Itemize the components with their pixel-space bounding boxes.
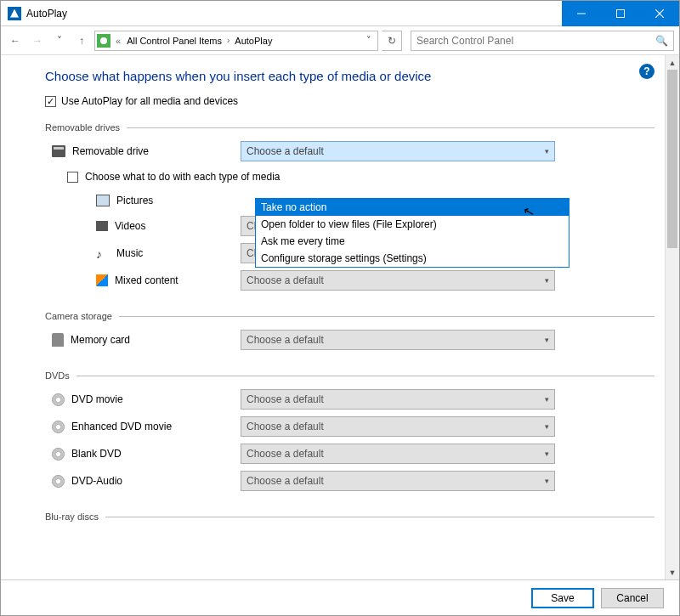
combo-text: Choose a default — [246, 145, 324, 157]
section-title-removable: Removable drives — [45, 122, 120, 133]
search-input[interactable]: Search Control Panel 🔍 — [411, 31, 674, 51]
pictures-icon — [96, 195, 110, 206]
chevron-down-icon: ▾ — [545, 147, 549, 155]
chevron-down-icon: ▾ — [545, 336, 549, 344]
mixed-content-label: Mixed content — [115, 274, 178, 286]
scroll-track[interactable] — [666, 70, 679, 565]
refresh-button[interactable]: ↻ — [382, 31, 402, 51]
combo-text: Choose a default — [246, 393, 324, 405]
combo-text: Choose a default — [246, 334, 324, 346]
help-button[interactable]: ? — [639, 64, 654, 79]
chevron-down-icon: ▾ — [545, 276, 549, 285]
combo-text: Choose a default — [246, 421, 324, 432]
vertical-scrollbar[interactable]: ▲ ▼ — [665, 55, 679, 579]
mixed-content-icon — [96, 274, 108, 286]
section-title-bluray: Blu-ray discs — [45, 511, 99, 522]
nav-forward-button[interactable]: → — [28, 31, 47, 50]
disc-icon — [52, 421, 65, 433]
memory-card-label: Memory card — [71, 334, 130, 346]
breadcrumb-root[interactable]: All Control Panel Items — [124, 36, 224, 46]
scroll-thumb[interactable] — [667, 70, 677, 248]
scroll-up-button[interactable]: ▲ — [666, 55, 679, 70]
music-label: Music — [116, 247, 143, 259]
combo-text: Choose a default — [246, 448, 324, 460]
nav-back-button[interactable]: ← — [6, 31, 25, 50]
choose-each-type-checkbox[interactable] — [67, 172, 78, 183]
combo-text: Choose a default — [246, 274, 324, 286]
dropdown-option-open-folder[interactable]: Open folder to view files (File Explorer… — [256, 216, 569, 233]
blank-dvd-label: Blank DVD — [71, 448, 122, 460]
breadcrumb-overflow[interactable]: « — [114, 36, 122, 46]
page-title: Choose what happens when you insert each… — [45, 69, 654, 83]
dvd-movie-label: DVD movie — [71, 393, 123, 405]
address-bar[interactable]: « All Control Panel Items › AutoPlay ˅ — [94, 31, 378, 51]
search-placeholder: Search Control Panel — [416, 35, 513, 47]
window-title: AutoPlay — [26, 8, 67, 20]
chevron-right-icon[interactable]: › — [226, 36, 230, 45]
chevron-down-icon: ▾ — [545, 477, 549, 485]
removable-drive-combo[interactable]: Choose a default ▾ — [241, 141, 555, 161]
section-dvds: DVDs DVD movie Choose a default ▾ Enhanc… — [45, 370, 654, 494]
disc-icon — [52, 475, 65, 488]
cancel-button[interactable]: Cancel — [601, 588, 664, 608]
section-title-dvds: DVDs — [45, 370, 70, 381]
chevron-down-icon: ▾ — [545, 449, 549, 458]
memory-card-icon — [52, 333, 64, 347]
section-camera-storage: Camera storage Memory card Choose a defa… — [45, 311, 654, 353]
save-button[interactable]: Save — [531, 588, 594, 608]
footer-bar: Save Cancel — [1, 579, 679, 615]
address-dropdown[interactable]: ˅ — [362, 35, 376, 46]
svg-rect-1 — [617, 9, 625, 17]
choose-each-type-label: Choose what to do with each type of medi… — [85, 171, 280, 183]
combo-text: Choose a default — [246, 475, 324, 487]
nav-bar: ← → ˅ ↑ « All Control Panel Items › Auto… — [1, 26, 679, 55]
dvd-audio-label: DVD-Audio — [71, 475, 122, 487]
dropdown-option-ask-every-time[interactable]: Ask me every time — [256, 233, 569, 250]
title-bar: AutoPlay — [1, 1, 679, 26]
use-autoplay-label: Use AutoPlay for all media and devices — [61, 95, 238, 107]
search-icon: 🔍 — [655, 35, 668, 47]
disc-icon — [52, 448, 65, 461]
nav-history-dropdown[interactable]: ˅ — [50, 31, 69, 50]
music-icon — [96, 247, 110, 259]
app-icon — [8, 7, 21, 20]
control-panel-icon — [97, 34, 110, 48]
videos-icon — [96, 221, 108, 231]
dropdown-option-configure-storage[interactable]: Configure storage settings (Settings) — [256, 250, 569, 267]
use-autoplay-checkbox[interactable] — [45, 96, 56, 107]
disc-icon — [52, 393, 65, 406]
section-bluray: Blu-ray discs — [45, 511, 654, 522]
pictures-label: Pictures — [116, 195, 153, 206]
nav-up-button[interactable]: ↑ — [72, 31, 91, 50]
memory-card-combo[interactable]: Choose a default ▾ — [241, 330, 555, 350]
breadcrumb-leaf[interactable]: AutoPlay — [232, 36, 275, 46]
blank-dvd-combo[interactable]: Choose a default ▾ — [241, 444, 555, 464]
removable-drive-label: Removable drive — [72, 145, 149, 157]
chevron-down-icon: ▾ — [545, 422, 549, 431]
enhanced-dvd-label: Enhanced DVD movie — [71, 421, 172, 432]
maximize-button[interactable] — [601, 1, 640, 26]
content-pane: ? Choose what happens when you insert ea… — [1, 55, 665, 579]
mixed-content-combo[interactable]: Choose a default ▾ — [241, 270, 555, 291]
dvd-audio-combo[interactable]: Choose a default ▾ — [241, 471, 555, 491]
dvd-movie-combo[interactable]: Choose a default ▾ — [241, 389, 555, 410]
section-title-camera: Camera storage — [45, 311, 112, 321]
close-button[interactable] — [640, 1, 679, 26]
minimize-button[interactable] — [562, 1, 601, 26]
enhanced-dvd-combo[interactable]: Choose a default ▾ — [241, 416, 555, 437]
scroll-down-button[interactable]: ▼ — [666, 565, 679, 579]
chevron-down-icon: ▾ — [545, 395, 549, 404]
removable-drive-icon — [52, 145, 65, 157]
videos-label: Videos — [115, 220, 145, 232]
